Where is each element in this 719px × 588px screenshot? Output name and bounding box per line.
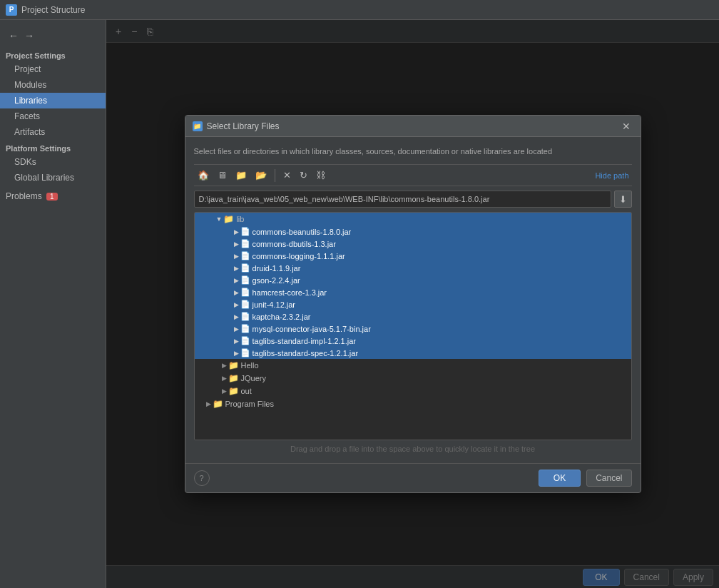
project-settings-header: Project Settings <box>0 47 106 61</box>
path-browse-button[interactable]: ⬇ <box>614 191 632 208</box>
dialog-home-button[interactable]: 🏠 <box>194 168 213 183</box>
jar-label-9: taglibs-standard-impl-1.2.1.jar <box>253 337 357 345</box>
dialog-newfolder-button[interactable]: 📁 <box>232 168 250 183</box>
nav-back-button[interactable]: ← <box>6 29 21 43</box>
subfolder-out-label: out <box>241 387 252 395</box>
dialog: 📁 Select Library Files ✕ Select files or… <box>185 115 641 493</box>
problems-badge: 1 <box>46 193 58 201</box>
app-icon: P <box>6 4 17 16</box>
path-input[interactable] <box>194 191 611 208</box>
subfolder-hello-label: Hello <box>241 361 259 370</box>
sidebar-item-global-libraries[interactable]: Global Libraries <box>0 170 106 186</box>
dialog-delete-button[interactable]: ✕ <box>280 168 295 183</box>
jar-label-8: mysql-connector-java-5.1.7-bin.jar <box>253 325 371 333</box>
tree-item-out[interactable]: ▶ 📁 out <box>195 385 631 397</box>
sidebar-item-facets[interactable]: Facets <box>0 108 106 124</box>
tree-item-jquery[interactable]: ▶ 📁 JQuery <box>195 372 631 385</box>
tree-item-5[interactable]: ▶ 📄 hamcrest-core-1.3.jar <box>195 286 631 298</box>
tree-item-7[interactable]: ▶ 📄 kaptcha-2.3.2.jar <box>195 310 631 323</box>
title-bar-text: Project Structure <box>21 5 85 15</box>
sidebar: ← → Project Settings Project Modules Lib… <box>0 20 106 588</box>
dialog-description: Select files or directories in which lib… <box>194 144 632 158</box>
nav-forward-button[interactable]: → <box>21 29 37 43</box>
main-layout: ← → Project Settings Project Modules Lib… <box>0 20 719 588</box>
tree-item-3[interactable]: ▶ 📄 druid-1.1.9.jar <box>195 262 631 274</box>
jar-label-7: kaptcha-2.3.2.jar <box>253 313 311 321</box>
path-row: ⬇ <box>194 191 632 208</box>
modal-overlay: 📁 Select Library Files ✕ Select files or… <box>106 20 719 588</box>
tree-item-2[interactable]: ▶ 📄 commons-logging-1.1.1.jar <box>195 250 631 262</box>
dialog-desktop-button[interactable]: 🖥 <box>214 168 230 183</box>
subfolder-jquery-label: JQuery <box>241 374 266 382</box>
problems-row[interactable]: Problems 1 <box>0 188 106 204</box>
jar-label-4: gson-2.2.4.jar <box>253 276 300 285</box>
dialog-link-button[interactable]: ⛓ <box>312 168 329 183</box>
dialog-ok-button[interactable]: OK <box>539 470 581 487</box>
dialog-help-button[interactable]: ? <box>194 470 210 486</box>
sidebar-item-modules[interactable]: Modules <box>0 77 106 93</box>
content-area: + − ⎘ OK Cancel Apply 📁 Select Library F… <box>106 20 719 588</box>
sidebar-item-libraries[interactable]: Libraries <box>0 93 106 108</box>
tree-item-program-files[interactable]: ▶ 📁 Program Files <box>195 397 631 410</box>
dialog-collapse-button[interactable]: 📂 <box>252 168 270 183</box>
jar-label-3: druid-1.1.9.jar <box>253 264 301 273</box>
dialog-cancel-button[interactable]: Cancel <box>586 470 631 487</box>
tree-item-1[interactable]: ▶ 📄 commons-dbutils-1.3.jar <box>195 238 631 250</box>
dialog-title-icon: 📁 <box>193 121 203 131</box>
jar-arrow-0: ▶ <box>234 228 239 235</box>
lib-folder-icon: 📁 <box>223 214 234 224</box>
dialog-footer: ? OK Cancel <box>185 463 641 492</box>
jar-label-2: commons-logging-1.1.1.jar <box>253 252 345 260</box>
toolbar-separator <box>275 169 275 182</box>
dialog-title-left: 📁 Select Library Files <box>193 121 280 131</box>
tree-item-4[interactable]: ▶ 📄 gson-2.2.4.jar <box>195 274 631 286</box>
tree-area[interactable]: ▼ 📁 lib ▶ 📄 commons-beanutils-1.8.0.jar … <box>194 212 632 440</box>
tree-item-9[interactable]: ▶ 📄 taglibs-standard-impl-1.2.1.jar <box>195 335 631 347</box>
jar-label-6: junit-4.12.jar <box>253 300 296 309</box>
tree-item-10[interactable]: ▶ 📄 taglibs-standard-spec-1.2.1.jar <box>195 347 631 359</box>
top-folder-program-files-label: Program Files <box>225 400 274 408</box>
dialog-close-button[interactable]: ✕ <box>619 119 633 133</box>
platform-settings-header: Platform Settings <box>0 140 106 154</box>
dialog-refresh-button[interactable]: ↻ <box>296 168 311 183</box>
jar-label-0: commons-beanutils-1.8.0.jar <box>253 228 352 236</box>
sidebar-item-project[interactable]: Project <box>0 61 106 77</box>
sidebar-item-artifacts[interactable]: Artifacts <box>0 124 106 140</box>
dialog-title-text: Select Library Files <box>207 121 280 131</box>
tree-item-hello[interactable]: ▶ 📁 Hello <box>195 359 631 372</box>
drag-hint: Drag and drop a file into the space abov… <box>194 440 632 456</box>
title-bar: P Project Structure <box>0 0 719 20</box>
dialog-titlebar: 📁 Select Library Files ✕ <box>185 116 641 137</box>
tree-item-8[interactable]: ▶ 📄 mysql-connector-java-5.1.7-bin.jar <box>195 323 631 335</box>
jar-label-1: commons-dbutils-1.3.jar <box>253 240 336 248</box>
jar-label-10: taglibs-standard-spec-1.2.1.jar <box>253 349 359 358</box>
hide-path-button[interactable]: Hide path <box>592 170 631 181</box>
problems-label: Problems <box>6 191 42 201</box>
jar-label-5: hamcrest-core-1.3.jar <box>253 288 327 297</box>
tree-item-lib-header[interactable]: ▼ 📁 lib <box>195 213 631 225</box>
sidebar-nav-row: ← → <box>0 26 106 46</box>
tree-item-0[interactable]: ▶ 📄 commons-beanutils-1.8.0.jar <box>195 225 631 238</box>
lib-expand-arrow: ▼ <box>216 216 223 223</box>
lib-folder-label: lib <box>236 215 244 223</box>
dialog-footer-buttons: OK Cancel <box>539 470 632 487</box>
dialog-toolbar: 🏠 🖥 📁 📂 ✕ ↻ ⛓ Hide path <box>194 164 632 186</box>
dialog-body: Select files or directories in which lib… <box>185 137 641 463</box>
sidebar-item-sdks[interactable]: SDKs <box>0 154 106 170</box>
jar-icon-0: 📄 <box>240 227 250 236</box>
tree-item-6[interactable]: ▶ 📄 junit-4.12.jar <box>195 298 631 310</box>
